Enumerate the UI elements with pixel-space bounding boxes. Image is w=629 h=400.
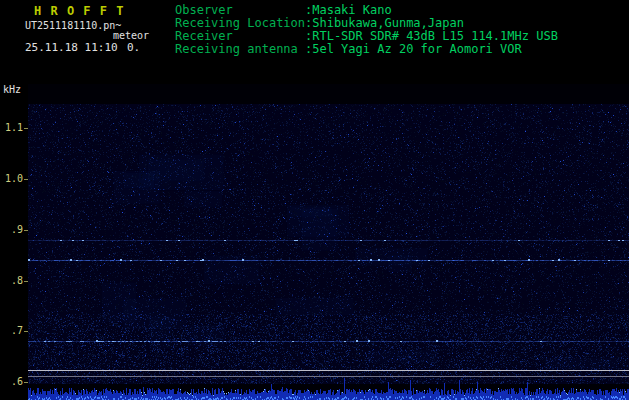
mode-label: meteor <box>113 30 149 41</box>
info-value-receiving-antenna: :5el Yagi Az 20 for Aomori VOR <box>305 43 522 56</box>
y-tick-label: .6 <box>1 376 23 387</box>
y-tick-label: 1.1 <box>1 122 23 133</box>
app-logo: H R O F F T <box>34 4 124 18</box>
spectrogram-canvas <box>28 84 629 400</box>
info-label-receiving-antenna: Receiving antenna <box>175 43 298 56</box>
y-axis-unit: kHz <box>3 84 21 95</box>
echo-count: 0. <box>127 42 140 54</box>
y-tick-label: .7 <box>1 325 23 336</box>
capture-filename: UT2511181110.pn~ <box>25 20 121 31</box>
y-tick-label: .9 <box>1 224 23 235</box>
y-tick-label: 1.0 <box>1 173 23 184</box>
datetime-label: 25.11.18 11:10 <box>25 42 118 54</box>
y-tick-label: .8 <box>1 275 23 286</box>
